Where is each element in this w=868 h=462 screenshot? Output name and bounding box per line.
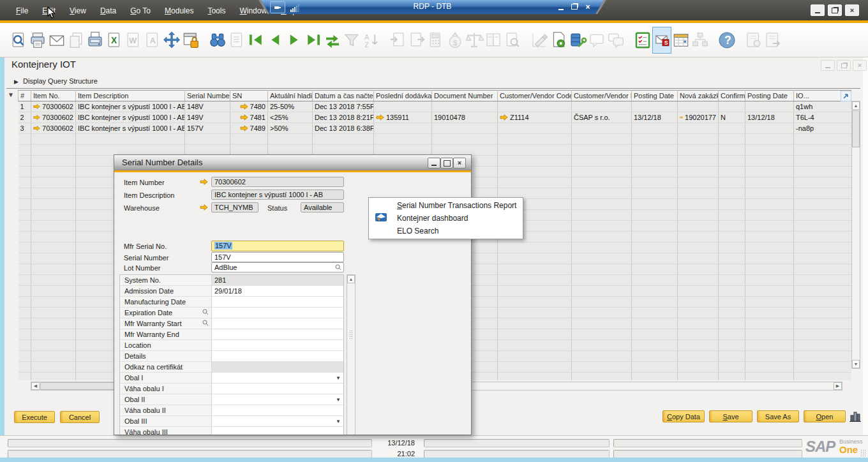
sort-icon[interactable]: AZ	[361, 29, 380, 51]
table-empty-cell[interactable]	[572, 373, 632, 381]
table-empty-cell[interactable]	[572, 351, 632, 362]
table-empty-cell[interactable]	[794, 221, 852, 232]
query-structure-collapse-icon[interactable]: ▶	[14, 78, 19, 85]
table-empty-cell[interactable]	[719, 232, 745, 242]
dialog-maximize-button[interactable]	[440, 158, 453, 168]
col-confirmed[interactable]: Confirmed	[719, 91, 745, 101]
table-empty-cell[interactable]	[794, 199, 852, 210]
system-no-field[interactable]: 281	[212, 275, 343, 286]
link-arrow-icon[interactable]	[240, 114, 248, 121]
table-empty-cell[interactable]	[794, 297, 852, 308]
table-empty-cell[interactable]	[374, 134, 432, 145]
table-empty-cell[interactable]	[719, 221, 745, 232]
table-empty-cell[interactable]	[678, 221, 719, 232]
table-empty-cell[interactable]	[498, 275, 572, 286]
table-empty-cell[interactable]	[313, 145, 374, 156]
preview-icon[interactable]	[9, 29, 28, 51]
table-empty-cell[interactable]	[632, 308, 678, 318]
chevron-down-icon[interactable]: ▼	[336, 419, 341, 424]
table-row[interactable]: 2 70300602 IBC kontejner s výpustí 1000 …	[19, 112, 852, 123]
table-empty-cell[interactable]	[572, 199, 632, 210]
table-empty-cell[interactable]	[719, 264, 745, 275]
table-empty-cell[interactable]	[678, 373, 719, 381]
table-empty-cell[interactable]	[719, 340, 745, 351]
table-empty-cell[interactable]	[632, 177, 678, 188]
table-empty-cell[interactable]	[19, 145, 31, 156]
org-chart-icon[interactable]	[691, 29, 710, 51]
table-empty-cell[interactable]	[572, 232, 632, 242]
table-empty-cell[interactable]	[794, 264, 852, 275]
table-empty-cell[interactable]	[678, 210, 719, 221]
table-empty-cell[interactable]	[794, 275, 852, 286]
table-empty-cell[interactable]	[794, 177, 852, 188]
admission-date-field[interactable]: 29/01/18	[212, 286, 343, 297]
table-empty-cell[interactable]	[572, 253, 632, 264]
table-empty-cell[interactable]	[632, 156, 678, 167]
scroll-right-button[interactable]: ▶	[834, 382, 842, 390]
table-empty-cell[interactable]	[572, 297, 632, 308]
manufacturing-date-field[interactable]	[212, 297, 343, 308]
table-empty-cell[interactable]	[678, 253, 719, 264]
table-empty-cell[interactable]	[719, 275, 745, 286]
doc-minimize-button[interactable]	[821, 60, 835, 71]
table-empty-cell[interactable]	[632, 297, 678, 308]
maximize-grid-icon[interactable]	[841, 91, 851, 101]
refresh-icon[interactable]	[323, 29, 342, 51]
table-empty-cell[interactable]	[572, 188, 632, 199]
scroll-left-button[interactable]: ◀	[31, 382, 40, 390]
table-empty-cell[interactable]	[76, 134, 185, 145]
table-empty-cell[interactable]	[719, 134, 745, 145]
table-empty-cell[interactable]	[632, 232, 678, 242]
table-empty-cell[interactable]	[19, 242, 31, 253]
transaction-report-icon[interactable]	[503, 29, 522, 51]
table-empty-cell[interactable]	[745, 318, 794, 329]
table-empty-cell[interactable]	[19, 308, 31, 318]
table-empty-cell[interactable]	[19, 297, 31, 308]
table-empty-cell[interactable]	[572, 177, 632, 188]
table-empty-cell[interactable]	[719, 362, 745, 373]
table-empty-cell[interactable]	[374, 145, 432, 156]
table-empty-cell[interactable]	[745, 134, 794, 145]
copy-icon[interactable]	[66, 29, 86, 51]
table-empty-cell[interactable]	[31, 329, 76, 340]
lock-screen-icon[interactable]	[181, 29, 200, 51]
table-empty-cell[interactable]	[678, 177, 719, 188]
table-empty-cell[interactable]	[678, 297, 719, 308]
table-empty-cell[interactable]	[19, 167, 31, 177]
col-posledni-dodavka[interactable]: Poslední dodávka	[374, 91, 432, 101]
table-empty-cell[interactable]	[19, 210, 31, 221]
messages-button[interactable]: S	[652, 27, 671, 54]
table-empty-cell[interactable]	[632, 362, 678, 373]
serial-number-field[interactable]: 157V	[211, 252, 344, 262]
table-empty-cell[interactable]	[745, 232, 794, 242]
menu-file[interactable]: File	[10, 5, 34, 17]
table-empty-cell[interactable]	[19, 275, 31, 286]
table-vertical-scrollbar[interactable]: ▲ ▼	[851, 101, 860, 369]
status-field[interactable]: Available	[301, 202, 344, 212]
table-empty-cell[interactable]	[632, 242, 678, 253]
col-num[interactable]: #	[19, 91, 31, 101]
table-row[interactable]: 1 70300602 IBC kontejner s výpustí 1000 …	[19, 101, 852, 112]
table-empty-cell[interactable]	[719, 156, 745, 167]
table-empty-cell[interactable]	[632, 199, 678, 210]
col-datum-cas[interactable]: Datum a čas načtení	[313, 91, 374, 101]
table-empty-cell[interactable]	[719, 253, 745, 264]
table-empty-cell[interactable]	[19, 253, 31, 264]
scroll-down-button[interactable]: ▼	[852, 360, 860, 368]
fax-icon[interactable]	[86, 29, 105, 51]
table-empty-cell[interactable]	[31, 297, 76, 308]
table-empty-cell[interactable]	[678, 145, 719, 156]
table-empty-cell[interactable]	[678, 167, 719, 177]
cancel-button[interactable]: Cancel	[60, 411, 100, 423]
table-empty-cell[interactable]	[31, 134, 76, 145]
table-empty-cell[interactable]	[230, 145, 268, 156]
table-empty-cell[interactable]	[76, 145, 185, 156]
mfr-serial-field[interactable]: 157V	[211, 241, 344, 251]
table-empty-cell[interactable]	[31, 373, 76, 381]
table-empty-cell[interactable]	[632, 167, 678, 177]
table-empty-cell[interactable]	[794, 373, 852, 381]
table-empty-cell[interactable]	[794, 340, 852, 351]
scroll-grip[interactable]	[349, 330, 354, 339]
dialog-close-button[interactable]: ×	[453, 158, 466, 168]
table-empty-cell[interactable]	[498, 286, 572, 297]
